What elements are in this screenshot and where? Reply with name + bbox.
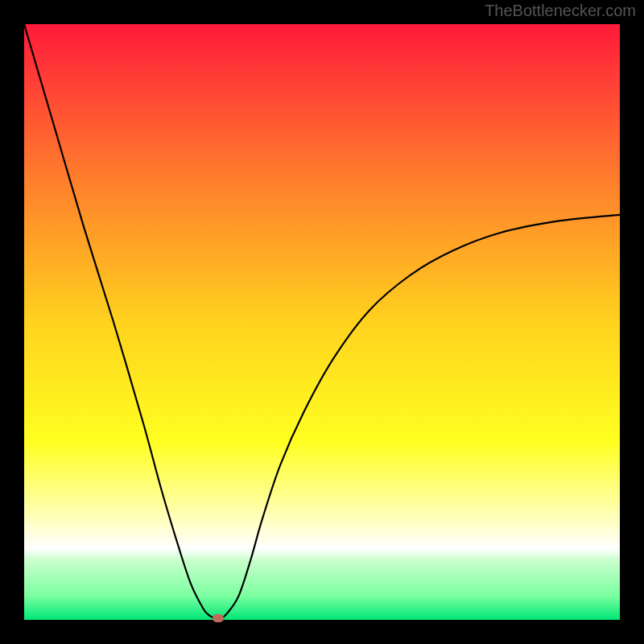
bottleneck-curve xyxy=(24,24,620,620)
attribution-label: TheBottlenecker.com xyxy=(485,2,636,20)
chart-frame: TheBottlenecker.com xyxy=(0,0,644,644)
plot-area xyxy=(24,24,620,620)
optimal-point-marker xyxy=(213,614,224,622)
